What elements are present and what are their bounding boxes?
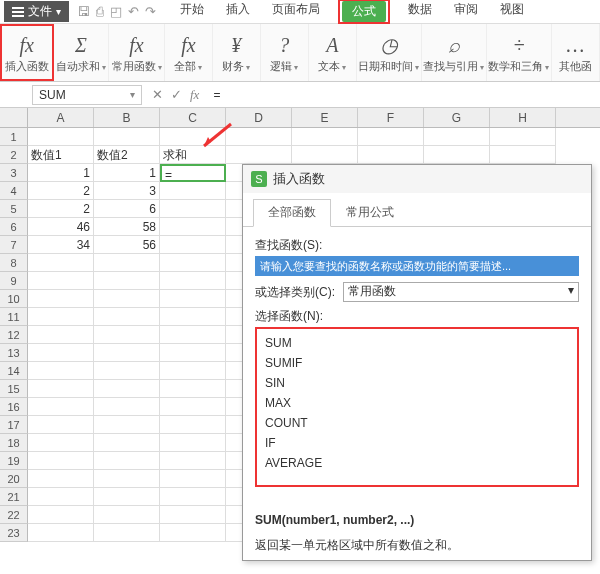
function-item[interactable]: SUM: [263, 333, 571, 353]
row-header[interactable]: 14: [0, 362, 28, 380]
cell[interactable]: [94, 128, 160, 146]
ribbon-all[interactable]: fx 全部▾: [165, 24, 213, 81]
row-header[interactable]: 10: [0, 290, 28, 308]
cell[interactable]: [490, 128, 556, 146]
cell[interactable]: 2: [28, 200, 94, 218]
select-all-corner[interactable]: [0, 108, 28, 127]
cell[interactable]: 数值2: [94, 146, 160, 164]
row-header[interactable]: 7: [0, 236, 28, 254]
cell[interactable]: [160, 416, 226, 434]
cell[interactable]: [160, 308, 226, 326]
cell[interactable]: [28, 452, 94, 470]
cell[interactable]: [160, 470, 226, 488]
row-header[interactable]: 22: [0, 506, 28, 524]
ribbon-financial[interactable]: ¥ 财务▾: [213, 24, 261, 81]
dialog-titlebar[interactable]: S 插入函数: [243, 165, 591, 193]
name-box[interactable]: SUM ▾: [32, 85, 142, 105]
dialog-tab-common[interactable]: 常用公式: [331, 199, 409, 226]
file-menu[interactable]: 文件 ▾: [4, 1, 69, 22]
cell[interactable]: 6: [94, 200, 160, 218]
col-header[interactable]: F: [358, 108, 424, 127]
cell[interactable]: [94, 344, 160, 362]
row-header[interactable]: 11: [0, 308, 28, 326]
row-header[interactable]: 15: [0, 380, 28, 398]
col-header[interactable]: A: [28, 108, 94, 127]
cell[interactable]: 3: [94, 182, 160, 200]
cell[interactable]: [94, 308, 160, 326]
row-header[interactable]: 3: [0, 164, 28, 182]
cell[interactable]: [160, 380, 226, 398]
cell[interactable]: [160, 506, 226, 524]
col-header[interactable]: H: [490, 108, 556, 127]
preview-icon[interactable]: ◰: [110, 4, 122, 19]
row-header[interactable]: 21: [0, 488, 28, 506]
cell[interactable]: [358, 146, 424, 164]
tab-layout[interactable]: 页面布局: [268, 0, 324, 24]
ribbon-math[interactable]: ÷ 数学和三角▾: [487, 24, 552, 81]
cancel-icon[interactable]: ✕: [152, 87, 163, 102]
cell[interactable]: [94, 272, 160, 290]
cell[interactable]: [94, 506, 160, 524]
cell[interactable]: [94, 524, 160, 542]
ribbon-datetime[interactable]: ◷ 日期和时间▾: [357, 24, 422, 81]
cell[interactable]: 56: [94, 236, 160, 254]
cell[interactable]: [424, 146, 490, 164]
cell[interactable]: [160, 182, 226, 200]
enter-icon[interactable]: ✓: [171, 87, 182, 102]
dialog-tab-all[interactable]: 全部函数: [253, 199, 331, 227]
cell[interactable]: [28, 398, 94, 416]
undo-icon[interactable]: ↶: [128, 4, 139, 19]
row-header[interactable]: 12: [0, 326, 28, 344]
ribbon-logic[interactable]: ? 逻辑▾: [261, 24, 309, 81]
search-function-input[interactable]: [255, 256, 579, 276]
cell[interactable]: [160, 434, 226, 452]
col-header[interactable]: G: [424, 108, 490, 127]
cell[interactable]: [28, 326, 94, 344]
cell[interactable]: [160, 524, 226, 542]
cell[interactable]: 1: [94, 164, 160, 182]
cell[interactable]: [28, 128, 94, 146]
cell[interactable]: 46: [28, 218, 94, 236]
cell[interactable]: [160, 362, 226, 380]
cell[interactable]: 34: [28, 236, 94, 254]
function-item[interactable]: SIN: [263, 373, 571, 393]
col-header[interactable]: E: [292, 108, 358, 127]
cell[interactable]: [28, 272, 94, 290]
cell[interactable]: [94, 470, 160, 488]
cell[interactable]: 58: [94, 218, 160, 236]
cell[interactable]: [28, 488, 94, 506]
cell[interactable]: [94, 362, 160, 380]
tab-review[interactable]: 审阅: [450, 0, 482, 24]
row-header[interactable]: 9: [0, 272, 28, 290]
cell[interactable]: 1: [28, 164, 94, 182]
cell[interactable]: [94, 398, 160, 416]
cell[interactable]: [160, 398, 226, 416]
row-header[interactable]: 2: [0, 146, 28, 164]
cell[interactable]: [28, 416, 94, 434]
cell[interactable]: [94, 290, 160, 308]
cell[interactable]: [28, 380, 94, 398]
cell[interactable]: [94, 488, 160, 506]
category-select[interactable]: 常用函数 ▾: [343, 282, 579, 302]
cell[interactable]: [28, 344, 94, 362]
tab-formula[interactable]: 公式: [342, 1, 386, 22]
cell[interactable]: 数值1: [28, 146, 94, 164]
ribbon-common-func[interactable]: fx 常用函数▾: [109, 24, 165, 81]
cell[interactable]: [160, 254, 226, 272]
save-icon[interactable]: 🖫: [77, 4, 90, 19]
cell[interactable]: [358, 128, 424, 146]
row-header[interactable]: 6: [0, 218, 28, 236]
function-item[interactable]: IF: [263, 433, 571, 453]
cell[interactable]: =: [160, 164, 226, 182]
tab-insert[interactable]: 插入: [222, 0, 254, 24]
cell[interactable]: [94, 416, 160, 434]
cell[interactable]: [160, 326, 226, 344]
cell[interactable]: [28, 308, 94, 326]
cell[interactable]: [160, 218, 226, 236]
cell[interactable]: [490, 146, 556, 164]
cell[interactable]: [28, 434, 94, 452]
cell[interactable]: [424, 128, 490, 146]
cell[interactable]: [160, 272, 226, 290]
cell[interactable]: [160, 452, 226, 470]
cell[interactable]: [160, 344, 226, 362]
